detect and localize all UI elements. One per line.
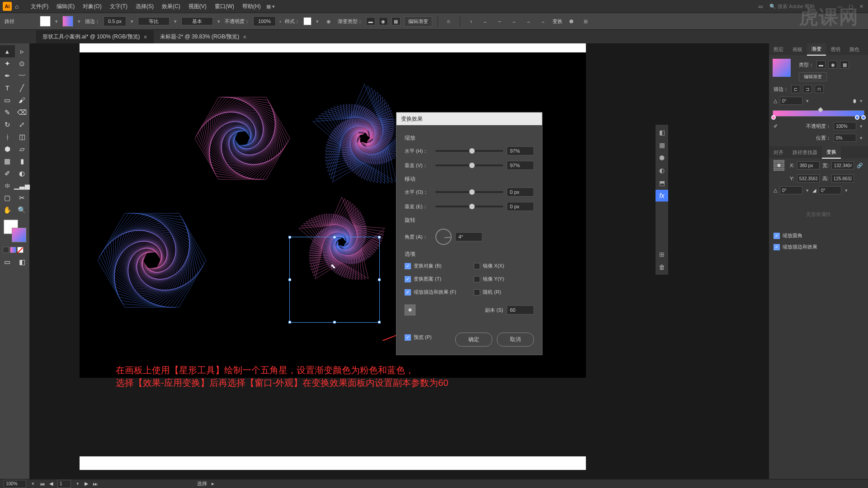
recolor-icon[interactable]: ◉ (323, 16, 334, 27)
panel-icon[interactable]: ◐ (656, 164, 668, 176)
perspective-tool[interactable]: ▱ (15, 143, 30, 155)
grad-radial[interactable]: ◉ (379, 17, 388, 25)
resize-handle[interactable] (333, 321, 336, 324)
move-v-slider[interactable] (435, 206, 503, 207)
search-input[interactable] (778, 4, 832, 9)
nav-last-icon[interactable]: ⏭ (93, 481, 98, 487)
pen-tool[interactable]: ✒ (0, 70, 15, 82)
preview-checkbox[interactable]: ✓ (405, 334, 411, 341)
eraser-tool[interactable]: ⌫ (15, 106, 30, 118)
status-arrow[interactable]: ▸ (212, 481, 214, 487)
scale-h-input[interactable] (507, 146, 534, 155)
curvature-tool[interactable]: 〰 (15, 70, 30, 82)
stroke-dd[interactable]: ▾ (77, 19, 81, 24)
panel-icon[interactable]: ⬒ (656, 177, 668, 189)
fill-stroke-control[interactable] (4, 220, 26, 242)
tab-gradient[interactable]: 渐变 (807, 43, 826, 56)
resize-handle[interactable] (288, 321, 291, 324)
nav-first-icon[interactable]: ⏮ (40, 481, 45, 487)
window-min[interactable]: — (835, 3, 844, 10)
opacity-arrow[interactable]: › (279, 19, 281, 24)
grad-freeform[interactable]: ▦ (392, 17, 401, 25)
reference-point[interactable] (405, 305, 415, 315)
resize-handle[interactable] (378, 278, 381, 281)
stop-opacity-input[interactable] (834, 122, 856, 130)
panel-icon[interactable]: ▦ (656, 139, 668, 151)
stroke-grad-1[interactable]: ⊏ (791, 85, 800, 93)
menu-object[interactable]: 对象(O) (79, 1, 105, 12)
profile-select[interactable]: 等比 (138, 17, 170, 25)
home-icon[interactable]: ⌂ (13, 2, 21, 10)
zoom-tool[interactable]: 🔍 (15, 204, 30, 216)
search-box[interactable]: 🔍 (769, 4, 832, 9)
gradient-ramp[interactable] (773, 110, 864, 117)
resize-handle[interactable] (378, 321, 381, 324)
artboard-tool[interactable]: ▢ (0, 192, 15, 204)
move-h-slider[interactable] (435, 191, 503, 193)
nav-next-icon[interactable]: ▶ (85, 481, 88, 487)
mirror-x-checkbox[interactable] (474, 263, 480, 269)
grad-linear[interactable]: ▬ (366, 17, 375, 25)
tab-pathfinder[interactable]: 路径查找器 (788, 147, 822, 158)
close-icon[interactable]: × (144, 33, 147, 41)
grad-angle-input[interactable] (780, 97, 802, 105)
tab-artboards[interactable]: 画板 (788, 44, 807, 55)
free-transform-tool[interactable]: ◫ (15, 131, 30, 143)
align-left-icon[interactable]: ⫞ (466, 16, 476, 27)
gradient-stop-2[interactable] (855, 115, 859, 120)
blend-tool[interactable]: ◐ (15, 167, 30, 179)
width-tool[interactable]: ⟊ (0, 131, 15, 143)
fx-icon[interactable]: fx (656, 190, 668, 202)
isolate-icon[interactable]: ⎋ (443, 16, 454, 27)
edit-gradient-btn[interactable]: 编辑渐变 (404, 16, 432, 27)
mesh-tool[interactable]: ▦ (0, 155, 15, 167)
panel-icon[interactable]: ⬢ (656, 152, 668, 164)
line-tool[interactable]: ╱ (15, 82, 30, 94)
doc-setup-icon[interactable]: ▭ (755, 1, 766, 12)
grad-radial-btn[interactable]: ◉ (828, 61, 837, 69)
resize-handle[interactable] (288, 278, 291, 281)
edit-gradient-btn[interactable]: 编辑渐变 (799, 72, 827, 81)
angle-input[interactable] (455, 232, 482, 241)
stroke-grad-2[interactable]: ⊐ (803, 85, 812, 93)
gradient-mode[interactable] (10, 247, 16, 253)
more-icon[interactable]: ⊞ (580, 16, 591, 27)
resize-handle[interactable] (378, 236, 381, 239)
scale-v-input[interactable] (507, 161, 534, 170)
gradient-tool[interactable]: ▮ (15, 155, 30, 167)
move-h-input[interactable] (507, 188, 534, 197)
align-bottom-icon[interactable]: ⫠ (538, 16, 549, 27)
screen-mode-2[interactable]: ◧ (15, 256, 30, 268)
reference-point-panel[interactable] (774, 160, 784, 171)
magic-wand-tool[interactable]: ✦ (0, 57, 15, 70)
rectangle-tool[interactable]: ▭ (0, 94, 15, 106)
ok-button[interactable]: 确定 (455, 333, 492, 347)
shear-input[interactable] (819, 186, 841, 194)
dialog-title[interactable]: 变换效果 (396, 113, 542, 125)
graph-tool[interactable]: ▁▃▅ (14, 179, 29, 192)
panel-icon[interactable]: ◧ (656, 127, 668, 138)
selection-bounds[interactable] (289, 237, 380, 323)
h-input[interactable] (831, 174, 854, 183)
symbol-sprayer-tool[interactable]: ፨ (0, 179, 14, 192)
x-input[interactable] (797, 161, 820, 169)
scale-corners-chk[interactable]: ✓ (774, 233, 780, 239)
scale-h-slider[interactable] (435, 150, 503, 152)
stop-position-input[interactable] (834, 134, 856, 142)
menu-view[interactable]: 视图(V) (185, 1, 210, 12)
tab-transform[interactable]: 变换 (822, 146, 841, 159)
grad-freeform-btn[interactable]: ▦ (840, 61, 849, 69)
scale-tool[interactable]: ⤢ (15, 118, 30, 131)
menu-effect[interactable]: 效果(C) (158, 1, 184, 12)
arrange-icon[interactable]: ▦ ▾ (265, 1, 276, 12)
slice-tool[interactable]: ✂ (15, 192, 30, 204)
align-right-icon[interactable]: ⫟ (495, 16, 505, 27)
gradient-stop-3[interactable] (861, 115, 866, 120)
stroke-swatch[interactable] (62, 16, 73, 27)
trash-icon[interactable]: 🗑 (656, 261, 668, 273)
menu-edit[interactable]: 编辑(E) (53, 1, 78, 12)
resize-handle[interactable] (288, 236, 291, 239)
menu-select[interactable]: 选择(S) (132, 1, 157, 12)
angle-dial[interactable] (435, 229, 452, 245)
fill-swatch[interactable] (40, 16, 51, 27)
